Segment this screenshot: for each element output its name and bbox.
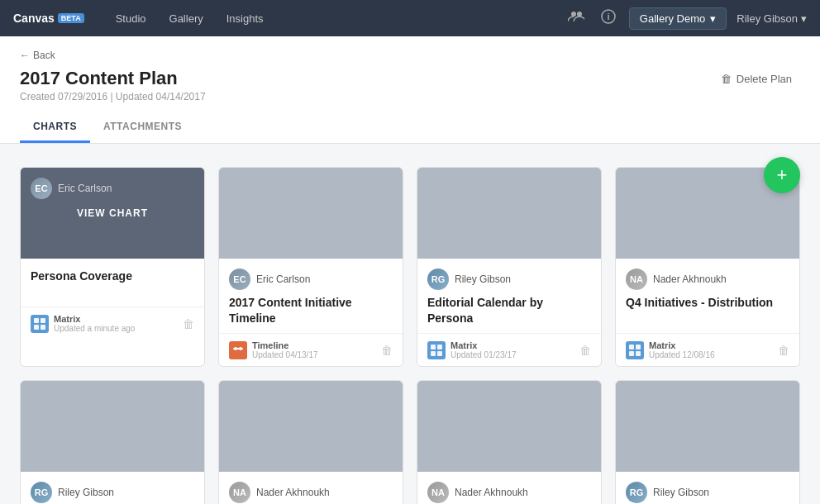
card-body: Persona Coverage: [21, 259, 204, 300]
add-chart-button[interactable]: +: [764, 157, 800, 193]
chart-type-label: Matrix: [649, 340, 715, 350]
author-name: Riley Gibson: [455, 273, 511, 285]
chart-type-icon: [427, 341, 446, 359]
svg-point-1: [577, 12, 582, 17]
chart-type-label: Timeline: [252, 340, 318, 350]
chart-type-label: Matrix: [54, 314, 135, 324]
card-body: RG Riley Gibson Regional Theme Coverage: [21, 472, 204, 504]
card-body: RG Riley Gibson Marketing Theme Coverage: [616, 472, 799, 504]
card-footer-left: Matrix Updated a minute ago: [31, 314, 135, 333]
author-name: Nader Akhnoukh: [455, 487, 528, 498]
card-author: EC Eric Carlson: [229, 269, 393, 290]
card-preview: [21, 381, 204, 472]
tab-charts[interactable]: CHARTS: [20, 112, 90, 143]
chart-updated: Updated 12/08/16: [649, 350, 715, 359]
gallery-demo-selector[interactable]: Gallery Demo ▾: [629, 7, 727, 30]
chart-card[interactable]: NA Nader Akhnoukh Marketing Priority Cov…: [218, 380, 403, 504]
svg-point-0: [571, 12, 576, 17]
chart-type-icon: [31, 315, 49, 333]
card-body: RG Riley Gibson Editorial Calendar by Pe…: [417, 259, 601, 326]
chart-updated: Updated 01/23/17: [451, 350, 517, 359]
card-preview: [417, 168, 601, 259]
info-icon[interactable]: i: [598, 6, 619, 31]
nav-studio[interactable]: Studio: [104, 0, 158, 36]
card-body: NA Nader Akhnoukh Q4 Initiatives - Distr…: [616, 259, 799, 326]
card-footer: Matrix Updated 01/23/17 🗑: [417, 333, 601, 366]
tab-attachments[interactable]: ATTACHMENTS: [90, 112, 195, 143]
nav-right: i Gallery Demo ▾ Riley Gibson ▾: [565, 6, 807, 31]
avatar: RG: [427, 269, 449, 290]
user-menu[interactable]: Riley Gibson ▾: [737, 12, 807, 25]
chart-card[interactable]: RG Riley Gibson Regional Theme Coverage …: [20, 380, 205, 504]
card-author: NA Nader Akhnoukh: [229, 482, 393, 503]
nav-gallery[interactable]: Gallery: [158, 0, 215, 36]
card-title: 2017 Content Initiative Timeline: [229, 295, 393, 326]
charts-grid: ECEric CarlsonVIEW CHARTPersona Coverage…: [20, 167, 800, 504]
trash-icon: 🗑: [721, 73, 732, 85]
svg-text:i: i: [607, 12, 609, 21]
chevron-down-icon: ▾: [801, 12, 807, 25]
top-navigation: Canvas BETA Studio Gallery Insights i Ga…: [0, 0, 820, 36]
chart-updated: Updated a minute ago: [54, 324, 135, 333]
card-body: NA Nader Akhnoukh Delivery by Quarter: B…: [417, 472, 601, 504]
svg-point-5: [234, 347, 237, 350]
avatar: NA: [427, 482, 449, 503]
avatar: NA: [229, 482, 250, 503]
delete-plan-button[interactable]: 🗑 Delete Plan: [713, 68, 800, 90]
card-author: RG Riley Gibson: [31, 482, 194, 503]
back-arrow-icon: ←: [20, 50, 30, 61]
chart-card[interactable]: NA Nader Akhnoukh Q4 Initiatives - Distr…: [615, 167, 800, 367]
svg-point-6: [239, 347, 242, 350]
author-name: Nader Akhnoukh: [653, 273, 727, 285]
chart-updated: Updated 04/13/17: [252, 350, 318, 359]
chevron-down-icon: ▾: [710, 12, 716, 25]
card-author: NA Nader Akhnoukh: [626, 269, 789, 290]
chart-card[interactable]: NA Nader Akhnoukh Delivery by Quarter: B…: [417, 380, 602, 504]
chart-card[interactable]: RG Riley Gibson Editorial Calendar by Pe…: [417, 167, 602, 367]
card-footer-left: Matrix Updated 12/08/16: [626, 340, 715, 359]
card-preview: [219, 168, 403, 259]
chart-card[interactable]: ECEric CarlsonVIEW CHARTPersona Coverage…: [20, 167, 205, 367]
card-footer: Matrix Updated 12/08/16 🗑: [616, 333, 799, 366]
card-footer: Timeline Updated 04/13/17 🗑: [219, 333, 403, 366]
chart-type-icon: [626, 341, 644, 359]
chart-card[interactable]: EC Eric Carlson 2017 Content Initiative …: [218, 167, 403, 367]
author-name: Nader Akhnoukh: [256, 487, 330, 498]
card-preview: [616, 381, 799, 472]
nav-insights[interactable]: Insights: [215, 0, 275, 36]
card-preview: ECEric CarlsonVIEW CHART: [21, 168, 204, 259]
chart-type-label: Matrix: [451, 340, 517, 350]
card-body: NA Nader Akhnoukh Marketing Priority Cov…: [219, 472, 403, 504]
chart-card[interactable]: RG Riley Gibson Marketing Theme Coverage…: [615, 380, 800, 504]
page-header: ← Back 2017 Content Plan Created 07/29/2…: [0, 36, 820, 144]
card-body: EC Eric Carlson 2017 Content Initiative …: [219, 259, 403, 326]
page-title-group: 2017 Content Plan Created 07/29/2016 | U…: [20, 68, 206, 102]
brand-logo[interactable]: Canvas BETA: [13, 12, 84, 25]
delete-card-icon[interactable]: 🗑: [778, 344, 789, 357]
card-author: NA Nader Akhnoukh: [427, 482, 591, 503]
card-preview: [417, 381, 601, 472]
page-title: 2017 Content Plan: [20, 68, 206, 89]
delete-card-icon[interactable]: 🗑: [381, 344, 393, 357]
card-title: Editorial Calendar by Persona: [427, 295, 591, 326]
delete-card-icon[interactable]: 🗑: [579, 344, 591, 357]
content-area: + ECEric CarlsonVIEW CHARTPersona Covera…: [0, 144, 820, 504]
card-footer-left: Matrix Updated 01/23/17: [427, 340, 517, 359]
card-footer-left: Timeline Updated 04/13/17: [229, 340, 318, 359]
author-name: Riley Gibson: [653, 487, 709, 498]
avatar: NA: [626, 269, 647, 290]
users-icon[interactable]: [565, 7, 588, 30]
back-button[interactable]: ← Back: [20, 50, 800, 61]
card-title: Persona Coverage: [31, 269, 194, 300]
delete-card-icon[interactable]: 🗑: [183, 317, 194, 330]
avatar: RG: [31, 482, 52, 503]
avatar: RG: [626, 482, 647, 503]
brand-name: Canvas: [13, 12, 55, 25]
nav-links: Studio Gallery Insights: [104, 0, 565, 36]
author-name: Riley Gibson: [58, 487, 114, 498]
tab-bar: CHARTS ATTACHMENTS: [20, 112, 800, 143]
beta-badge: BETA: [58, 13, 84, 23]
chart-type-icon: [229, 341, 247, 359]
avatar: EC: [229, 269, 250, 290]
card-author: RG Riley Gibson: [626, 482, 789, 503]
